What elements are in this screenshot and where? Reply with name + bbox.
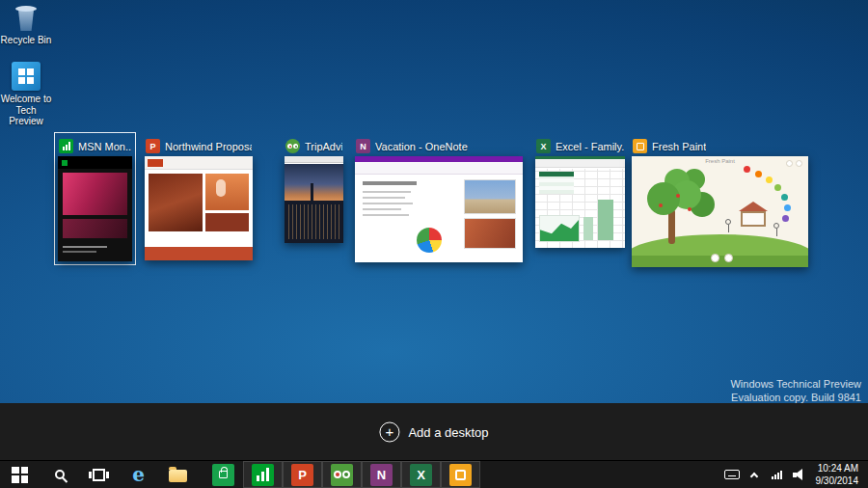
volume-button[interactable] [788, 461, 810, 488]
show-hidden-icons-button[interactable] [744, 461, 766, 488]
onenote-icon: N [370, 464, 393, 486]
preview-art [311, 183, 313, 203]
preview-art [363, 203, 413, 204]
preview-art [464, 218, 516, 249]
msn-money-icon [59, 139, 73, 153]
chevron-up-icon [750, 472, 758, 479]
taskbar-item-tripadvisor[interactable] [322, 461, 362, 488]
preview-art [363, 208, 401, 210]
fresh-paint-icon [633, 139, 647, 153]
task-view-window-powerpoint[interactable]: P Northwind Proposa... [145, 136, 253, 260]
task-view-window-tripadvisor[interactable]: TripAdvisor... [285, 136, 343, 243]
taskbar-item-onenote[interactable]: N [362, 461, 401, 488]
windows-logo-panes [18, 68, 34, 84]
excel-icon: X [410, 464, 432, 486]
windows-flag-icon [12, 467, 28, 483]
powerpoint-window-preview[interactable] [145, 156, 253, 260]
window-titlebar: MSN Mon... [58, 136, 132, 156]
preview-art [668, 209, 675, 244]
onenote-window-preview[interactable] [355, 156, 523, 262]
start-button[interactable] [0, 461, 40, 488]
recycle-bin-icon [15, 6, 37, 32]
window-titlebar: X Excel - Family... [535, 136, 625, 156]
preview-art [539, 176, 574, 194]
fresh-paint-app-title: Fresh Paint [632, 158, 808, 164]
internet-explorer-icon: e [132, 465, 145, 484]
taskbar-item-fresh-paint[interactable] [441, 461, 480, 488]
preview-art [755, 171, 762, 177]
tripadvisor-window-preview[interactable] [285, 156, 343, 243]
preview-art [725, 219, 731, 225]
tripadvisor-icon [331, 464, 353, 486]
preview-art [205, 213, 249, 231]
desktop-screen: Recycle Bin Welcome to Tech Preview Wind… [0, 0, 868, 488]
window-titlebar: TripAdvisor... [285, 136, 343, 156]
preview-art [63, 246, 107, 248]
preview-art [784, 204, 791, 211]
task-view-window-onenote[interactable]: N Vacation - OneNote [355, 136, 523, 262]
taskbar-item-store[interactable] [203, 461, 243, 488]
onenote-icon: N [356, 139, 370, 153]
preview-art [58, 156, 132, 169]
excel-window-preview[interactable] [535, 156, 625, 248]
build-watermark: Windows Technical Preview Evaluation cop… [730, 377, 861, 405]
preview-art [363, 181, 417, 185]
preview-art [205, 174, 249, 210]
taskbar-item-file-explorer[interactable] [158, 461, 198, 488]
watermark-line1: Windows Technical Preview [730, 377, 861, 391]
preview-art [786, 160, 802, 167]
preview-art [63, 173, 127, 215]
task-view-bottom-bar: + Add a desktop [0, 403, 868, 461]
powerpoint-icon: P [146, 139, 160, 153]
task-view-window-msn-money[interactable]: MSN Mon... [58, 136, 132, 261]
taskbar-item-internet-explorer[interactable]: e [119, 461, 158, 488]
fresh-paint-window-preview[interactable]: Fresh Paint [632, 156, 808, 267]
taskbar-item-excel[interactable]: X [401, 461, 441, 488]
shopping-bag-glyph [219, 471, 228, 478]
tripadvisor-icon [285, 139, 300, 153]
add-desktop-button[interactable]: + Add a desktop [379, 421, 488, 442]
welcome-label: Welcome to Tech Preview [0, 94, 52, 127]
task-view-button[interactable] [79, 461, 119, 488]
search-icon [55, 470, 65, 479]
msn-money-bars-glyph [63, 142, 70, 150]
preview-art [145, 247, 253, 260]
preview-art [676, 194, 680, 198]
taskbar-item-powerpoint[interactable]: P [283, 461, 322, 488]
clock-date: 9/30/2014 [816, 474, 859, 487]
desktop-icon-recycle-bin[interactable]: Recycle Bin [0, 6, 52, 46]
taskbar-clock[interactable]: 10:24 AM 9/30/2014 [810, 462, 868, 487]
preview-art [363, 191, 411, 193]
msn-money-icon [252, 464, 274, 486]
preview-art [583, 217, 593, 240]
window-title: Northwind Proposa... [165, 141, 252, 152]
task-view-window-fresh-paint[interactable]: Fresh Paint Fresh Paint [632, 136, 808, 267]
network-icon [772, 471, 782, 479]
network-button[interactable] [766, 461, 788, 488]
task-view-window-excel[interactable]: X Excel - Family... [535, 136, 625, 248]
store-icon [212, 464, 234, 486]
taskbar-item-msn-money[interactable] [243, 461, 283, 488]
preview-art [659, 203, 663, 207]
preview-art [774, 184, 781, 191]
preview-art [63, 251, 96, 253]
preview-art [285, 156, 343, 163]
preview-art [539, 215, 580, 242]
preview-art [766, 176, 773, 183]
msn-money-window-preview[interactable] [58, 156, 132, 261]
fresh-paint-glyph [637, 143, 644, 150]
preview-art [688, 207, 692, 211]
preview-art [363, 214, 409, 216]
search-button[interactable] [40, 461, 79, 488]
preview-art [535, 159, 625, 168]
task-view-icon [93, 469, 105, 481]
desktop-icon-welcome-tech-preview[interactable]: Welcome to Tech Preview [0, 62, 52, 127]
volume-icon [793, 469, 805, 480]
preview-art [285, 164, 343, 201]
preview-art [773, 223, 779, 229]
msn-money-bars-glyph [257, 468, 269, 481]
preview-art [540, 216, 579, 241]
touch-keyboard-button[interactable] [721, 461, 744, 488]
preview-art [288, 204, 339, 239]
windows-logo-icon [12, 62, 41, 91]
